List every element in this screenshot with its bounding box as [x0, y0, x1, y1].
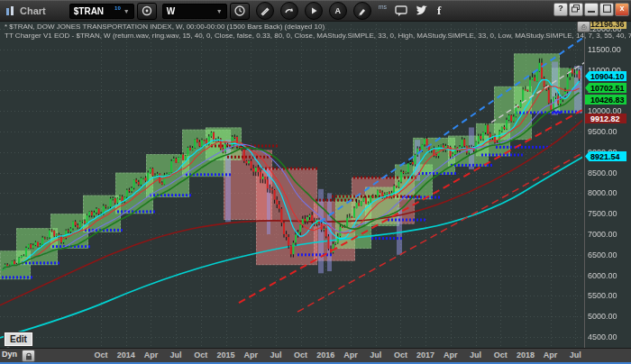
time-tick-label: Jul: [170, 350, 182, 359]
price-tick-label: 7500.00: [588, 209, 617, 218]
pencil-icon: [260, 6, 270, 16]
symbol-dropdown-icon[interactable]: ▼: [123, 8, 130, 14]
symbol-delay-badge: 10: [114, 5, 121, 11]
time-tick-label: Oct: [294, 350, 307, 359]
clock-icon: [234, 5, 245, 16]
twitter-icon: [416, 5, 429, 16]
twitter-share-button[interactable]: [416, 5, 429, 16]
time-template-button[interactable]: [230, 3, 250, 20]
share-button[interactable]: [280, 2, 298, 20]
dyn-toggle[interactable]: Dyn: [2, 350, 17, 359]
time-tick-label: 2017: [416, 350, 434, 359]
interval-input[interactable]: W ▼: [162, 4, 227, 19]
chart-canvas[interactable]: [0, 21, 631, 348]
chart-area: * $TRAN, DOW JONES TRANSPORTATION INDEX,…: [0, 21, 631, 348]
time-tick-label: Oct: [494, 350, 508, 359]
price-tag: 10426.83: [585, 95, 626, 105]
time-tick-label: Apr: [544, 350, 558, 359]
symbol-description-line: * $TRAN, DOW JONES TRANSPORTATION INDEX,…: [5, 23, 325, 31]
price-tick-label: 9500.00: [588, 127, 617, 136]
symbol-value: $TRAN: [74, 6, 104, 16]
price-tick-label: 4500.00: [588, 332, 617, 341]
axis-lock-button[interactable]: [22, 350, 35, 362]
symbol-search-icon: [142, 5, 152, 16]
play-icon: [309, 6, 318, 15]
facebook-share-button[interactable]: f: [437, 4, 441, 18]
interval-value: W: [167, 6, 175, 16]
interval-dropdown-icon[interactable]: ▼: [216, 8, 223, 14]
chart-app-icon: [5, 5, 16, 16]
chart-window: Chart $TRAN 10 ▼ W ▼: [0, 0, 631, 364]
alert-icon: A: [334, 6, 341, 15]
alert-button[interactable]: A: [329, 2, 347, 20]
price-tick-label: 11500.00: [588, 45, 621, 54]
time-tick-label: 2016: [316, 350, 334, 359]
price-tag: 9912.82: [585, 114, 626, 123]
price-tick-label: 6000.00: [588, 271, 617, 280]
price-tick-label: 7000.00: [588, 230, 617, 239]
share-arrow-icon: [284, 5, 295, 16]
toolbar: Chart $TRAN 10 ▼ W ▼: [0, 1, 631, 22]
time-tick-label: Jul: [570, 350, 581, 359]
snapshot-icon[interactable]: ⎙: [577, 21, 590, 32]
draw-tool-button[interactable]: [256, 2, 274, 20]
price-tag: 8921.54: [585, 151, 626, 161]
price-tag: 10904.10: [585, 71, 626, 81]
window-controls: ? x: [553, 3, 629, 16]
facebook-icon: f: [437, 4, 441, 18]
price-axis[interactable]: 12000.0011500.0011000.0010500.0010000.00…: [584, 21, 631, 348]
time-tick-label: Apr: [343, 350, 358, 359]
time-tick-label: Oct: [94, 350, 107, 359]
time-tick-label: Apr: [243, 350, 258, 359]
restore-button[interactable]: [569, 3, 583, 16]
ms-label: ms: [379, 4, 387, 10]
comment-button[interactable]: [395, 5, 407, 17]
time-tick-label: Oct: [194, 350, 207, 359]
time-tick-label: Oct: [394, 350, 407, 359]
price-tick-label: 8500.00: [588, 168, 617, 177]
time-tick-label: 2014: [117, 350, 135, 359]
maximize-button[interactable]: [599, 3, 614, 16]
price-tag: 10702.51: [585, 83, 626, 93]
price-tick-label: 6500.00: [588, 250, 617, 259]
chat-bubble-icon: [395, 5, 407, 17]
replay-button[interactable]: [305, 2, 323, 20]
time-axis[interactable]: Dyn Oct2014AprJulOct2015AprJulOct2016Apr…: [0, 348, 631, 363]
time-tick-label: Jul: [270, 350, 281, 359]
help-button[interactable]: ?: [553, 3, 568, 16]
price-tick-label: 8000.00: [588, 188, 617, 197]
price-tick-label: 5500.00: [588, 291, 617, 300]
symbol-input[interactable]: $TRAN 10 ▼: [69, 4, 134, 19]
symbol-search-button[interactable]: [137, 3, 157, 20]
lock-icon: [25, 352, 32, 360]
marker-tool-button[interactable]: [353, 2, 371, 20]
time-tick-label: Apr: [144, 350, 159, 359]
time-tick-label: Jul: [470, 350, 481, 359]
time-tick-label: 2018: [517, 350, 535, 359]
edit-button[interactable]: Edit: [5, 332, 32, 346]
window-title: Chart: [20, 5, 46, 16]
time-tick-label: 2015: [216, 350, 234, 359]
marker-icon: [357, 6, 367, 16]
study-parameters-line: TT Charger V1 EOD - $TRAN, W (return.wav…: [5, 32, 631, 40]
minimize-button[interactable]: [584, 3, 599, 16]
time-tick-label: Jul: [370, 350, 381, 359]
price-tick-label: 5000.00: [588, 312, 617, 321]
time-tick-label: Apr: [444, 350, 458, 359]
close-button[interactable]: x: [615, 3, 629, 16]
